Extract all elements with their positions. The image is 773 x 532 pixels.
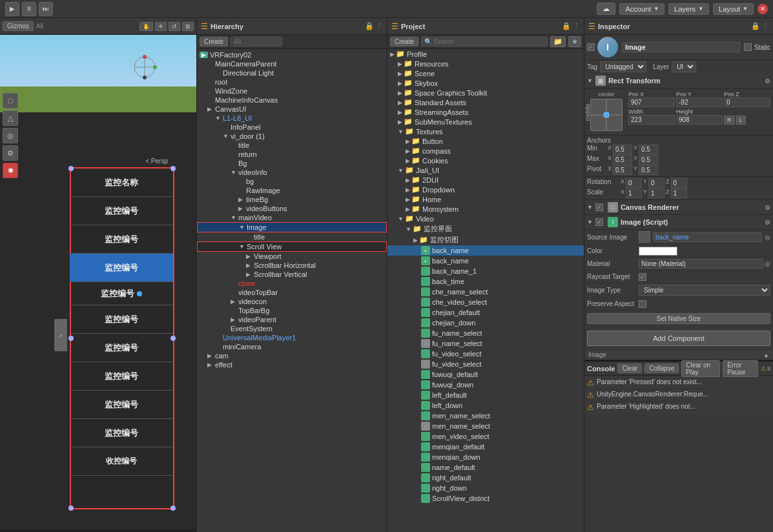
rect-transform-settings-icon[interactable]: ⚙	[765, 77, 770, 85]
corner-handle-bl[interactable]	[68, 506, 74, 511]
project-item-textures[interactable]: ▼ 📁 Textures	[387, 127, 584, 136]
project-folder-icon[interactable]: 📁	[550, 36, 566, 47]
hierarchy-create-button[interactable]: Create	[200, 37, 228, 46]
list-item-1[interactable]: 监控编号	[70, 197, 173, 225]
project-item-scene[interactable]: ▶ 📁 Scene	[387, 68, 584, 78]
project-item-fuvideosel2[interactable]: ✓ fu_video_select	[387, 359, 584, 369]
hierarchy-item-topbarbg[interactable]: TopBarBg	[197, 306, 387, 315]
hierarchy-item-ump[interactable]: UniversalMediaPlayer1	[197, 333, 387, 342]
hierarchy-item-vidoor[interactable]: ▼ vi_door (1)	[197, 132, 387, 141]
add-component-button[interactable]: Add Component	[587, 331, 770, 346]
project-item-menqiandefault[interactable]: menqian_default	[387, 442, 584, 452]
list-item-9[interactable]: 监控编号	[70, 419, 173, 447]
project-more-icon[interactable]: ⋮	[573, 22, 580, 30]
tag-select[interactable]: Untagged	[600, 61, 646, 72]
step-button[interactable]: ⏭	[39, 2, 53, 16]
hand-icon[interactable]: ✋	[139, 22, 153, 31]
scene-icon-5[interactable]: ✱	[3, 163, 18, 178]
scene-view[interactable]: < Persp 监控名称 监控编号 监控编号 监控编号 监控编号 监控编号 监控…	[0, 35, 196, 529]
image-script-section[interactable]: ▼ I Image (Script) ⚙	[584, 215, 773, 230]
list-item-6[interactable]: 监控编号	[70, 334, 173, 362]
hierarchy-item-minicam[interactable]: miniCamera	[197, 342, 387, 351]
inspector-lock-icon[interactable]: 🔒	[751, 22, 760, 30]
hierarchy-item-title2[interactable]: title	[197, 232, 387, 241]
anchor-center-dot[interactable]	[604, 112, 609, 118]
project-item-jiali[interactable]: ▼ 📁 Jiali_UI	[387, 165, 584, 175]
list-item-5[interactable]: 监控编号	[70, 305, 173, 334]
layer-select[interactable]: UI	[672, 61, 696, 72]
image-type-select[interactable]: Simple	[639, 285, 770, 296]
list-item-0[interactable]: 监控名称	[70, 169, 173, 197]
project-item-chenamesel[interactable]: che_name_select	[387, 287, 584, 297]
canvas-renderer-enable[interactable]	[595, 203, 603, 211]
source-image-preview[interactable]	[639, 231, 650, 243]
project-create-button[interactable]: Create	[390, 37, 418, 46]
hierarchy-item-videocon[interactable]: ▶ videocon	[197, 297, 387, 306]
project-item-compass[interactable]: ▶ 📁 compass	[387, 146, 584, 156]
hierarchy-item-dirlight[interactable]: Directional Light	[197, 68, 387, 77]
project-item-mennamesel[interactable]: men_name_select	[387, 411, 584, 421]
hierarchy-search-input[interactable]	[231, 37, 282, 46]
anchor-widget[interactable]: center middle	[587, 91, 626, 132]
list-item-3[interactable]: 监控编号	[70, 254, 173, 282]
project-search-input[interactable]	[433, 38, 544, 45]
hierarchy-item-rawimage[interactable]: RawImage	[197, 186, 387, 195]
error-pause-button[interactable]: Error Pause	[723, 360, 758, 377]
project-item-chejiandown[interactable]: chejian_down	[387, 318, 584, 328]
scene-icon-1[interactable]: □	[3, 93, 18, 108]
project-item-backname2[interactable]: ▪ back_name	[387, 256, 584, 266]
hierarchy-item-effect[interactable]: ▶ effect	[197, 360, 387, 369]
hierarchy-lock-icon[interactable]: 🔒	[365, 22, 374, 30]
scale-icon[interactable]: ⊞	[182, 22, 194, 31]
list-item-8[interactable]: 监控编号	[70, 391, 173, 419]
material-link-icon[interactable]: ◎	[765, 260, 770, 267]
hierarchy-item-l1l8[interactable]: ▼ L1-L8_UI	[197, 114, 387, 123]
layers-dropdown[interactable]: Layers	[668, 3, 709, 15]
project-item-leftdefault[interactable]: left_default	[387, 390, 584, 400]
corner-handle-br[interactable]	[170, 506, 176, 511]
project-item-monsystem[interactable]: ▶ 📁 Monsystem	[387, 204, 584, 214]
project-item-backtime[interactable]: back_time	[387, 276, 584, 287]
project-item-streaming[interactable]: ▶ 📁 StreamingAssets	[387, 107, 584, 117]
hierarchy-item-infopanel[interactable]: InfoPanel	[197, 123, 387, 132]
r-button[interactable]: R	[724, 116, 735, 125]
hierarchy-item-vrfactory[interactable]: ▶ VRFactory02	[197, 50, 387, 59]
list-item-10[interactable]: 收控编号	[70, 447, 173, 476]
color-swatch[interactable]	[639, 247, 677, 256]
project-item-cookies[interactable]: ▶ 📁 Cookies	[387, 156, 584, 165]
project-item-funamesel2[interactable]: ✓ fu_name_select	[387, 338, 584, 349]
hierarchy-more-icon[interactable]: ⋮	[376, 22, 383, 30]
project-item-skybox[interactable]: ▶ 📁 Skybox	[387, 78, 584, 88]
hierarchy-item-maincamera[interactable]: MainCameraParent	[197, 59, 387, 68]
hierarchy-item-videoparent[interactable]: ▶ videoParent	[197, 315, 387, 324]
project-item-sgt[interactable]: ▶ 📁 Space Graphics Toolkit	[387, 88, 584, 97]
static-checkbox[interactable]	[744, 43, 752, 51]
gizmos-button[interactable]: Gizmos	[3, 21, 34, 31]
hierarchy-item-cam[interactable]: ▶ cam	[197, 351, 387, 360]
raycast-checkbox[interactable]	[639, 273, 646, 281]
project-item-namedefault[interactable]: name_default	[387, 462, 584, 473]
project-item-dropdown[interactable]: ▶ 📁 Dropdown	[387, 185, 584, 194]
project-item-fuvideosel[interactable]: fu_video_select	[387, 349, 584, 359]
project-item-button[interactable]: ▶ 📁 Button	[387, 136, 584, 146]
hierarchy-item-canvasui[interactable]: ▶ CanvasUI	[197, 105, 387, 114]
project-item-jiankong[interactable]: ▼ 📁 监控界面	[387, 223, 584, 234]
project-item-mennamesel2[interactable]: ✓ men_name_select	[387, 421, 584, 431]
image-tab-icon[interactable]: ▲	[763, 352, 769, 358]
image-script-settings-icon[interactable]: ⚙	[765, 219, 770, 226]
canvas-renderer-settings-icon[interactable]: ⚙	[765, 204, 770, 211]
hierarchy-item-image[interactable]: ▼ Image	[197, 222, 387, 232]
project-item-2dui[interactable]: ▶ 📁 2DUI	[387, 175, 584, 185]
hierarchy-item-root[interactable]: root	[197, 77, 387, 87]
hierarchy-item-timebg[interactable]: ▶ timeBg	[197, 195, 387, 204]
hierarchy-item-return[interactable]: return	[197, 150, 387, 159]
clear-on-play-button[interactable]: Clear on Play	[681, 360, 720, 377]
scene-icon-4[interactable]: ⚙	[3, 145, 18, 161]
list-item-4[interactable]: 监控编号	[70, 282, 173, 305]
preserve-aspect-checkbox[interactable]	[639, 300, 646, 308]
cloud-button[interactable]: ☁	[597, 3, 615, 15]
hierarchy-item-scrollbarv[interactable]: ▶ Scrollbar Vertical	[197, 270, 387, 279]
project-item-video[interactable]: ▼ 📁 Video	[387, 214, 584, 223]
hierarchy-item-viewport[interactable]: ▶ Viewport	[197, 252, 387, 261]
hierarchy-item-mainvideo[interactable]: ▼ mainVideo	[197, 213, 387, 222]
